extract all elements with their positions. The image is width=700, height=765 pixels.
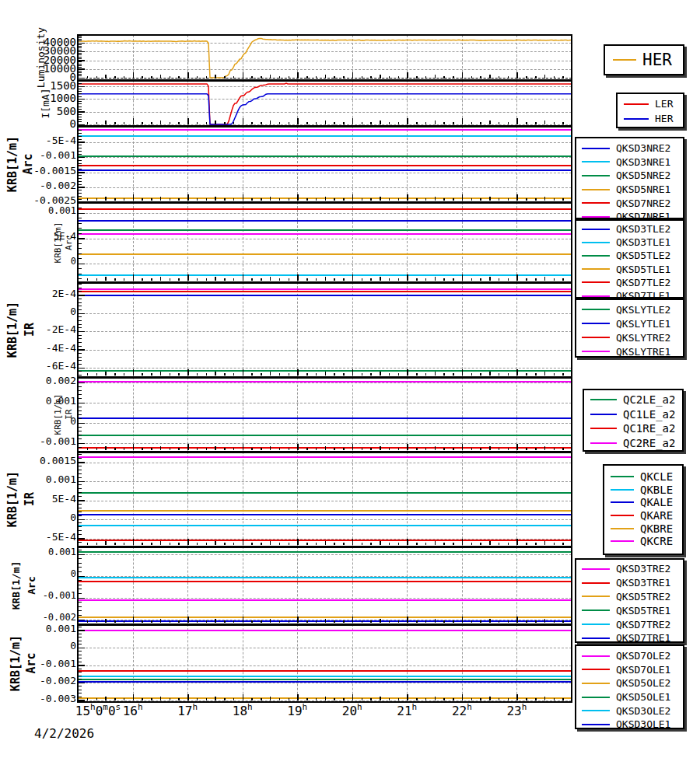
x-tick-mark: [197, 698, 198, 700]
y-tick-mark: [79, 54, 82, 55]
x-tick-mark: [462, 194, 464, 201]
x-label-sup: h: [90, 702, 96, 712]
legend-line-swatch: [582, 351, 610, 352]
x-tick-mark: [306, 620, 308, 623]
grid-line-horizontal: [78, 665, 572, 666]
x-tick-mark: [160, 121, 162, 124]
grid-line-horizontal: [78, 157, 572, 158]
grid-line-vertical: [516, 624, 517, 702]
grid-line-vertical: [133, 377, 134, 452]
x-tick-mark: [297, 118, 299, 124]
x-tick-mark: [343, 543, 345, 545]
x-tick-mark: [105, 446, 107, 450]
legend-label: QKSD5TRE2: [616, 591, 670, 603]
x-tick-mark: [243, 72, 244, 79]
x-tick-mark: [554, 122, 555, 124]
x-tick-mark: [178, 198, 180, 201]
x-tick-mark: [206, 76, 208, 79]
x-tick-mark: [389, 698, 390, 700]
x-tick-mark: [270, 619, 271, 623]
x-tick-mark: [370, 373, 372, 376]
x-tick-mark: [544, 372, 546, 376]
x-tick-mark: [170, 76, 171, 79]
x-tick-mark: [453, 198, 454, 201]
y-tick-mark: [79, 589, 82, 589]
grid-line-vertical: [187, 624, 188, 702]
x-tick-mark: [425, 198, 427, 201]
panel-ylabel-ir-qk: IR: [23, 492, 37, 506]
x-tick-mark: [499, 373, 500, 376]
x-tick-mark: [462, 694, 464, 700]
y-tick-mark: [79, 78, 85, 79]
x-tick-mark: [443, 278, 445, 281]
x-tick-mark: [297, 539, 299, 545]
x-label-sup: h: [412, 702, 418, 712]
plot-canvas: 010000200003000040000Luminosity050010001…: [0, 0, 700, 765]
x-tick-mark: [425, 76, 427, 79]
x-tick-mark: [206, 373, 208, 376]
legend-label: QKSD7TRE1: [616, 632, 670, 644]
x-tick-mark: [261, 620, 262, 623]
x-tick-mark: [535, 373, 537, 376]
x-tick-mark: [554, 373, 555, 376]
x-tick-mark: [105, 372, 107, 376]
y-tick-mark: [79, 196, 82, 197]
series-line-QKSLYTLE1: [78, 295, 572, 296]
y-tick-label: -5E-4: [28, 532, 76, 543]
x-tick-mark: [325, 541, 327, 545]
x-tick-mark: [178, 278, 180, 281]
y-tick-label: 0.002: [28, 376, 76, 387]
x-tick-mark: [160, 197, 162, 201]
x-tick-mark: [96, 448, 98, 450]
legend-ir-sly: QKSLYTLE2QKSLYTLE1QKSLYTRE2QKSLYTRE1: [575, 299, 684, 358]
x-tick-mark: [526, 620, 527, 623]
grid-line-horizontal: [78, 423, 572, 424]
x-tick-mark: [270, 121, 271, 124]
y-tick-mark: [79, 390, 82, 391]
x-tick-mark: [407, 444, 408, 450]
x-label-text: 19: [287, 704, 302, 718]
legend-label: QKSD7OLE1: [616, 664, 670, 676]
x-tick-mark: [380, 197, 381, 201]
x-tick-mark: [215, 121, 216, 124]
x-tick-mark: [297, 694, 299, 700]
x-tick-mark: [416, 448, 418, 450]
grid-line-vertical: [352, 547, 353, 624]
x-tick-mark: [352, 194, 354, 201]
x-tick-mark: [87, 620, 89, 623]
panel-arc-tre: [78, 547, 572, 624]
x-tick-mark: [489, 75, 491, 79]
grid-line-vertical: [516, 547, 517, 624]
x-tick-mark: [480, 76, 481, 79]
x-tick-mark: [398, 373, 400, 376]
x-tick-mark: [297, 274, 299, 281]
series-line-QKSD7NRE1: [78, 129, 572, 131]
panel-border: [77, 125, 572, 128]
legend-label: QKSLYTRE1: [616, 346, 670, 358]
y-tick-mark: [79, 585, 82, 585]
x-tick-mark: [105, 121, 107, 124]
x-tick-mark: [443, 448, 445, 450]
y-tick-mark: [79, 295, 85, 296]
x-label-text: 23: [506, 704, 521, 718]
x-tick-mark: [489, 619, 491, 623]
y-tick-label: -0.001: [28, 436, 76, 448]
x-label-text: 0: [96, 704, 103, 718]
x-tick-mark: [251, 543, 253, 545]
x-tick-mark: [160, 277, 162, 281]
legend-line-swatch: [582, 596, 610, 597]
x-label-text: 0: [108, 704, 116, 718]
y-tick-mark: [79, 40, 82, 41]
legend-label: QKSD5NRE2: [616, 169, 670, 181]
y-tick-mark: [79, 690, 82, 690]
y-tick-mark: [79, 651, 82, 651]
grid-line-vertical: [352, 126, 353, 202]
y-tick-mark: [79, 130, 82, 131]
y-tick-mark: [79, 500, 85, 501]
x-tick-mark: [325, 446, 327, 450]
legend-ir-qc: QC2LE_a2QC1LE_a2QC1RE_a2QC2RE_a2: [583, 389, 684, 452]
legend-entry-QKSLYTLE1: QKSLYTLE1: [582, 316, 681, 330]
x-tick-mark: [480, 448, 481, 450]
grid-line-vertical: [297, 126, 298, 202]
y-tick-mark: [79, 233, 82, 234]
